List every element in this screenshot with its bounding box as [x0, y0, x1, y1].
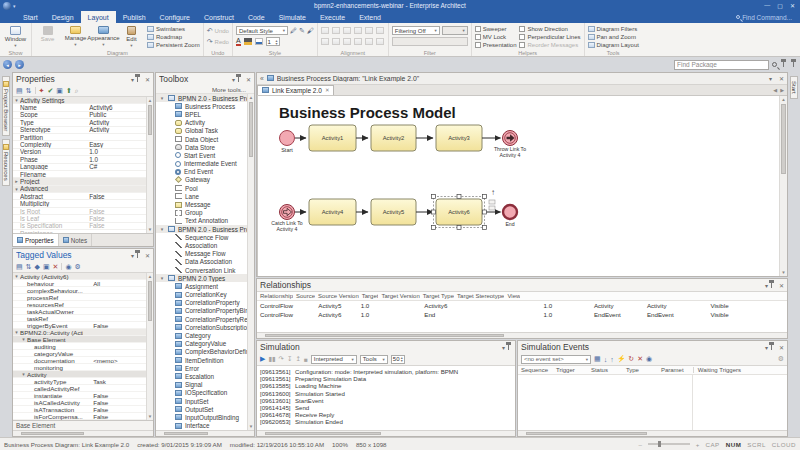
step-out-icon[interactable]: ↥ — [295, 355, 300, 363]
diagram-tab[interactable]: Link Example 2.0 ✕ — [257, 85, 334, 95]
collapse-icon[interactable]: « — [260, 75, 264, 82]
manage-button[interactable]: Manage ▾ — [63, 25, 88, 48]
toolbox-item[interactable]: ComplexBehaviorDefinition — [156, 348, 247, 356]
vertical-scrollbar[interactable]: ▲ ▼ — [146, 97, 153, 233]
scrollbar-thumb[interactable] — [249, 102, 253, 157]
ribbon-tab[interactable]: Simulate — [272, 11, 313, 23]
docked-tab-start[interactable]: Start — [790, 76, 798, 99]
style-select[interactable]: Default Style▾ — [236, 26, 288, 35]
ribbon-tab[interactable]: Design — [45, 11, 81, 23]
apply-icon[interactable]: ✔ — [47, 87, 53, 95]
edit-button[interactable]: Edit ▾ — [119, 25, 144, 48]
scrollbar-thumb[interactable] — [265, 432, 381, 435]
align-icon[interactable] — [332, 38, 340, 45]
scrollbar-thumb[interactable] — [265, 334, 504, 337]
simulation-log[interactable]: [09613561] Configuration: mode: Interpre… — [257, 365, 515, 430]
pen-icon[interactable]: ✎ — [299, 27, 305, 35]
toolbox-item[interactable]: CorrelationKey — [156, 291, 247, 299]
pin-icon[interactable] — [137, 77, 138, 82]
scroll-up-icon[interactable]: ▲ — [780, 96, 787, 103]
table-row[interactable]: ControlFlow Activity6 1.0 End 1.0 EndEve… — [257, 310, 787, 319]
toolbox-item[interactable]: Signal — [156, 381, 247, 389]
align-icon[interactable] — [376, 27, 384, 34]
toolbox-item[interactable]: InputSet — [156, 397, 247, 405]
help-icon[interactable]: ◉ — [65, 263, 71, 271]
panel-menu-icon[interactable]: ▾ — [131, 76, 134, 83]
diagram-canvas[interactable]: Business Process Model Start Activity1 A… — [257, 96, 787, 276]
ribbon-tab[interactable]: Configure — [153, 11, 197, 23]
format-painter-icon[interactable]: 🖌 — [307, 27, 314, 34]
column-header[interactable]: View — [504, 293, 520, 299]
panel-bottom-tab[interactable]: Notes — [59, 234, 92, 246]
more-tools-link[interactable]: More tools... — [212, 86, 246, 93]
panel-menu-icon[interactable]: ▾ — [765, 282, 768, 289]
align-icon[interactable] — [354, 27, 362, 34]
pin-icon[interactable] — [771, 283, 772, 288]
pin-icon[interactable] — [238, 77, 239, 82]
tree-view-icon[interactable]: ▤ — [16, 263, 23, 271]
toolbox-item[interactable]: Interface — [156, 422, 247, 430]
trigger-icon[interactable]: ⚡ — [617, 355, 626, 363]
redo-button[interactable]: ↷Redo — [207, 37, 229, 47]
docked-tab[interactable]: Resources — [2, 139, 10, 186]
zoom-slider-thumb[interactable] — [658, 441, 661, 447]
quicklink-icon[interactable] — [489, 200, 495, 204]
ribbon-tab[interactable]: Publish — [116, 11, 153, 23]
scroll-down-icon[interactable]: ▼ — [147, 226, 153, 233]
column-header[interactable]: Trigger — [553, 367, 588, 373]
end-event-node[interactable] — [503, 205, 517, 219]
save-button[interactable]: Save — [35, 25, 60, 48]
scroll-down-icon[interactable]: ▼ — [780, 269, 787, 276]
column-header[interactable]: Paramet — [658, 367, 693, 373]
panel-layout-icon[interactable]: ▦ — [594, 355, 601, 363]
property-row[interactable]: Persistence — [13, 230, 146, 233]
pin-icon[interactable] — [793, 62, 794, 67]
toolbox-item[interactable]: OutputSet — [156, 405, 247, 413]
toolbox-item[interactable]: ▾ BPMN 2.0 - Business Process — [156, 94, 247, 102]
stop-icon[interactable]: ■ — [304, 356, 308, 363]
toolbox-item[interactable]: IOSpecification — [156, 389, 247, 397]
helper-checkbox[interactable]: Perpendicular Lines — [519, 34, 580, 41]
pin-icon[interactable] — [771, 345, 772, 350]
delete-tag-icon[interactable]: ✕ — [53, 263, 59, 271]
vertical-scrollbar[interactable]: ▲ ▼ — [247, 94, 254, 430]
horizontal-scrollbar[interactable] — [13, 430, 153, 436]
align-icon[interactable] — [332, 27, 340, 34]
close-icon[interactable]: ✕ — [145, 252, 150, 259]
toolbox-item[interactable]: Activity — [156, 119, 247, 127]
toolbox-item[interactable]: Group — [156, 209, 247, 217]
minimize-button[interactable]: — — [764, 2, 770, 9]
toolbox-item[interactable]: ▾ BPMN 2.0 Types — [156, 274, 247, 282]
toolbox-item[interactable]: Category — [156, 331, 247, 339]
toolbox-item[interactable]: Data Association — [156, 258, 247, 266]
align-icon[interactable] — [365, 38, 373, 45]
toolbox-item[interactable]: Assignment — [156, 282, 247, 290]
toolbox-item[interactable]: Text Annotation — [156, 217, 247, 225]
toolbox-item[interactable]: Sequence Flow — [156, 233, 247, 241]
panel-menu-icon[interactable]: ▾ — [765, 344, 768, 351]
sort-az-icon[interactable]: ⇅ — [26, 87, 32, 95]
toolbox-item[interactable]: Conversation Link — [156, 266, 247, 274]
helper-checkbox[interactable]: Reorder Messages — [519, 41, 580, 48]
close-icon[interactable]: ✕ — [145, 76, 150, 83]
column-header[interactable]: Status — [588, 367, 623, 373]
fill-color-icon[interactable] — [244, 38, 252, 45]
zoom-in-icon[interactable]: + — [696, 441, 700, 448]
pin-icon[interactable] — [508, 345, 509, 350]
scrollbar-thumb[interactable] — [164, 432, 208, 435]
toolbox-item[interactable]: ▾ BPMN 2.0 - Business Process Connectors — [156, 225, 247, 233]
simulation-tools-select[interactable]: Tools▾ — [360, 355, 388, 364]
diagram-stack-button[interactable]: Roadmap — [147, 34, 200, 41]
toolbox-item[interactable]: Message — [156, 200, 247, 208]
panel-menu-icon[interactable]: ▾ — [502, 344, 505, 351]
pause-icon[interactable]: ▮▮ — [268, 355, 275, 363]
column-header[interactable]: Type — [623, 367, 658, 373]
scrollbar-thumb[interactable] — [781, 104, 786, 174]
new-tag-icon[interactable]: ◆ — [35, 263, 40, 271]
scrollbar-thumb[interactable] — [21, 432, 84, 435]
column-header[interactable]: Source — [293, 293, 315, 299]
undo-button[interactable]: ↶Undo — [207, 26, 229, 36]
ribbon-tab[interactable]: Execute — [313, 11, 352, 23]
record-icon[interactable]: ◉ — [646, 355, 652, 363]
scroll-down-icon[interactable]: ▼ — [248, 423, 254, 430]
